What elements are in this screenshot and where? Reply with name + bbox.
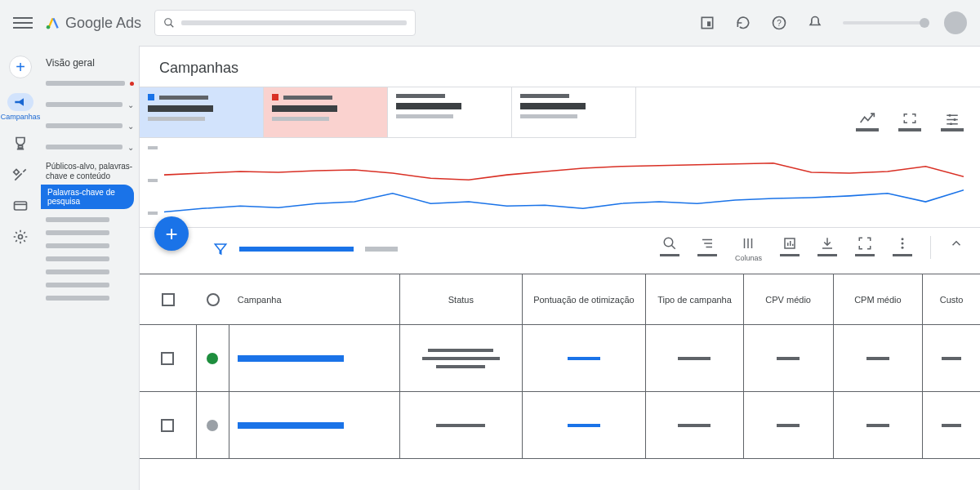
table-row[interactable] (140, 392, 980, 459)
col-status[interactable]: Status (400, 274, 523, 325)
performance-chart (140, 138, 980, 228)
page-title: Campanhas (140, 47, 980, 87)
product-name: Google Ads (65, 15, 141, 32)
create-button[interactable]: + (9, 56, 32, 78)
svg-rect-7 (15, 202, 27, 210)
metric-card-4[interactable] (512, 87, 636, 138)
row-opt-score[interactable] (523, 325, 647, 392)
row-cpv (744, 325, 834, 392)
segment-button[interactable] (697, 236, 717, 256)
bar-chart-icon (782, 236, 797, 251)
nav-item[interactable] (46, 243, 109, 248)
logo[interactable]: Google Ads (46, 15, 141, 32)
row-cpm (834, 392, 924, 459)
svg-point-14 (954, 118, 956, 121)
col-cost[interactable]: Custo (923, 274, 980, 325)
nav-item[interactable] (46, 270, 109, 274)
account-slider[interactable] (843, 21, 924, 24)
row-opt-score[interactable] (523, 392, 647, 459)
svg-point-0 (47, 25, 51, 29)
filter-chip[interactable] (365, 247, 398, 252)
row-cpv (744, 392, 834, 459)
status-header[interactable] (197, 274, 229, 325)
notifications-icon[interactable] (807, 15, 823, 31)
col-campaign-type[interactable]: Tipo de campanha (646, 274, 744, 325)
add-campaign-button[interactable]: + (154, 216, 189, 251)
col-avg-cpv[interactable]: CPV médio (744, 274, 834, 325)
svg-point-13 (949, 114, 951, 117)
svg-point-1 (165, 19, 172, 25)
row-campaign-name[interactable] (229, 325, 400, 392)
nav-item[interactable] (46, 75, 134, 91)
more-button[interactable] (893, 236, 912, 256)
nav-item[interactable] (46, 256, 109, 261)
row-cost (923, 325, 980, 392)
nav-overview[interactable]: Visão geral (46, 57, 134, 69)
trophy-icon[interactable] (12, 136, 29, 152)
svg-line-17 (671, 245, 675, 249)
collapse-button[interactable] (949, 236, 964, 251)
reports-button[interactable] (780, 236, 800, 256)
row-type (646, 392, 744, 459)
nav-item[interactable]: ⌄ (46, 118, 134, 134)
tools-icon[interactable] (12, 167, 29, 183)
metric-card-1[interactable] (140, 87, 264, 138)
nav-item[interactable]: ⌄ (46, 96, 134, 113)
svg-text:?: ? (777, 19, 782, 28)
svg-line-2 (171, 24, 174, 28)
expand-button[interactable] (855, 236, 875, 256)
nav-group-audiences[interactable]: Públicos-alvo, palavras-chave e conteúdo (46, 162, 134, 181)
download-button[interactable] (817, 236, 837, 256)
nav-item[interactable] (46, 296, 109, 301)
settings-icon[interactable] (12, 229, 29, 245)
trend-icon (859, 112, 875, 125)
table-row[interactable] (140, 325, 980, 392)
svg-point-16 (664, 238, 673, 247)
filter-icon[interactable] (213, 242, 228, 256)
row-campaign-name[interactable] (229, 392, 400, 459)
col-campaign[interactable]: Campanha (229, 274, 400, 325)
row-status (400, 325, 523, 392)
expand-toggle[interactable] (898, 112, 921, 131)
row-status-dot[interactable] (197, 392, 229, 459)
sliders-icon (945, 112, 960, 125)
adjust-toggle[interactable] (941, 112, 964, 131)
select-all-checkbox[interactable] (140, 274, 197, 325)
nav-item[interactable] (46, 283, 109, 287)
row-cpm (834, 325, 924, 392)
nav-item[interactable]: ⌄ (46, 139, 134, 155)
menu-icon[interactable] (13, 13, 33, 33)
metric-card-2[interactable] (264, 87, 388, 138)
search-icon (163, 17, 175, 29)
svg-point-28 (902, 238, 904, 240)
billing-icon[interactable] (12, 198, 29, 214)
help-icon[interactable]: ? (771, 15, 787, 31)
row-checkbox[interactable] (140, 325, 197, 392)
avatar[interactable] (944, 11, 967, 34)
nav-item[interactable] (46, 230, 109, 235)
campaigns-table: Campanha Status Pontuação de otimização … (140, 274, 980, 459)
row-status-dot[interactable] (197, 325, 229, 392)
metric-card-3[interactable] (388, 87, 512, 138)
chevron-up-icon (949, 236, 964, 251)
row-checkbox[interactable] (140, 392, 197, 459)
col-opt-score[interactable]: Pontuação de otimização (523, 274, 647, 325)
nav-search-keywords[interactable]: Palavras-chave de pesquisa (41, 185, 134, 209)
columns-icon (741, 236, 755, 251)
col-avg-cpm[interactable]: CPM médio (834, 274, 924, 325)
svg-point-30 (902, 247, 904, 249)
columns-button[interactable]: Colunas (735, 236, 762, 262)
segment-icon (700, 236, 715, 251)
rail-campaigns[interactable]: Campanhas (1, 93, 41, 121)
svg-point-9 (19, 235, 23, 239)
chart-type-toggle[interactable] (856, 112, 879, 131)
row-status (400, 392, 523, 459)
expand-icon (902, 112, 917, 125)
filter-chip[interactable] (239, 247, 354, 252)
reports-icon[interactable] (699, 15, 715, 31)
search-input[interactable] (154, 10, 416, 36)
nav-item[interactable] (46, 217, 109, 222)
svg-point-29 (902, 243, 904, 245)
refresh-icon[interactable] (735, 15, 751, 31)
table-search-button[interactable] (660, 236, 679, 256)
